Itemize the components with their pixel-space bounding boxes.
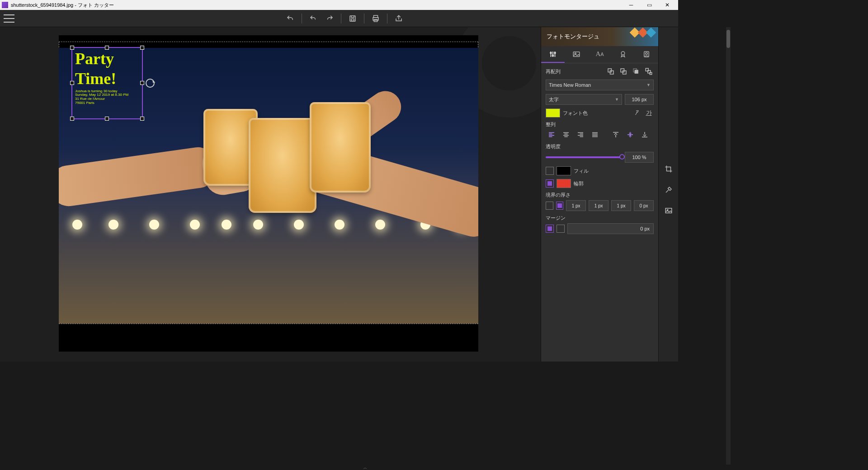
canvas-area[interactable]: Party Time! Joshua is turning 30 today S… <box>0 27 541 362</box>
panel-title: フォトモンタージュ <box>547 33 599 41</box>
window-titlebar: shutterstock_659491984.jpg - フォト カッター ─ … <box>0 0 678 10</box>
chevron-down-icon: ▼ <box>646 83 651 87</box>
save-button[interactable] <box>345 12 360 25</box>
rearrange-label: 再配列 <box>546 68 561 75</box>
margin-input[interactable] <box>567 223 654 234</box>
margin-link-toggle-b[interactable] <box>557 225 565 233</box>
redo-button[interactable] <box>322 12 337 25</box>
border-link-toggle-a[interactable] <box>546 202 553 210</box>
border-bottom-input[interactable]: 1 px <box>611 200 631 211</box>
svg-point-23 <box>667 209 668 210</box>
bring-forward-button[interactable] <box>606 67 616 76</box>
text-line-1[interactable]: Party <box>72 48 142 68</box>
align-label: 整列 <box>546 121 654 128</box>
align-center-button[interactable] <box>560 130 572 140</box>
window-close-button[interactable]: ✕ <box>658 0 676 10</box>
separator <box>387 14 387 24</box>
svg-point-5 <box>550 52 552 53</box>
image-tool[interactable] <box>662 204 675 217</box>
border-top-input[interactable]: 1 px <box>566 200 586 211</box>
border-right-input[interactable]: 1 px <box>589 200 609 211</box>
window-title: shutterstock_659491984.jpg - フォト カッター <box>11 2 622 9</box>
valign-bottom-button[interactable] <box>639 130 651 140</box>
fill-color-swatch[interactable] <box>557 166 571 175</box>
eyedropper-tool[interactable] <box>662 183 675 196</box>
tab-person[interactable] <box>635 46 658 63</box>
resize-handle-tr[interactable] <box>140 46 144 50</box>
fill-enable-checkbox[interactable] <box>546 167 554 175</box>
opacity-slider[interactable] <box>546 156 622 158</box>
separator <box>364 14 364 24</box>
margin-label: マージン <box>546 215 654 221</box>
chevron-down-icon: ▼ <box>615 97 619 102</box>
tool-rail <box>658 27 678 362</box>
undo-button[interactable] <box>306 12 321 25</box>
italic-button[interactable]: ｱ <box>631 108 641 118</box>
properties-panel: フォトモンタージュ AA 再配列 Times New R <box>541 27 658 362</box>
font-family-select[interactable]: Times New Roman ▼ <box>546 80 654 90</box>
align-right-button[interactable] <box>575 130 586 140</box>
font-color-swatch[interactable] <box>546 108 560 118</box>
font-family-value: Times New Roman <box>549 82 591 88</box>
resize-handle-bl[interactable] <box>70 117 74 121</box>
app-icon <box>2 2 8 8</box>
svg-rect-17 <box>635 70 638 74</box>
rotate-handle[interactable] <box>146 79 155 88</box>
svg-point-12 <box>646 52 648 55</box>
font-weight-select[interactable]: 太字 ▼ <box>546 94 622 105</box>
valign-middle-button[interactable] <box>624 130 636 140</box>
font-weight-value: 太字 <box>549 96 559 103</box>
send-backward-button[interactable] <box>618 67 628 76</box>
outline-enable-checkbox[interactable] <box>546 179 554 188</box>
tab-text[interactable]: AA <box>588 46 612 63</box>
font-size-input[interactable]: 106 px <box>625 94 654 105</box>
panel-tabs: AA <box>541 46 658 63</box>
text-detail[interactable]: 75001 Paris <box>75 101 140 105</box>
align-left-button[interactable] <box>546 130 557 140</box>
send-to-back-button[interactable] <box>644 67 654 76</box>
outline-label: 輪郭 <box>574 180 584 187</box>
resize-handle-tl[interactable] <box>70 46 74 50</box>
svg-rect-1 <box>351 19 354 21</box>
underline-button[interactable]: 가 <box>644 108 654 118</box>
svg-rect-22 <box>665 208 672 213</box>
opacity-label: 透明度 <box>546 143 654 150</box>
separator <box>341 14 341 24</box>
panel-header: フォトモンタージュ <box>541 27 658 46</box>
border-left-input[interactable]: 0 px <box>634 200 654 211</box>
print-button[interactable] <box>368 12 383 25</box>
share-button[interactable] <box>391 12 406 25</box>
align-justify-button[interactable] <box>589 130 601 140</box>
font-color-label: フォント色 <box>563 110 588 117</box>
resize-handle-r[interactable] <box>140 81 144 85</box>
bring-to-front-button[interactable] <box>631 67 641 76</box>
resize-handle-t[interactable] <box>105 46 109 50</box>
undo-all-button[interactable] <box>283 12 298 25</box>
tab-adjust[interactable] <box>541 46 565 63</box>
fill-label: フィル <box>574 168 589 174</box>
separator <box>302 14 302 24</box>
window-maximize-button[interactable]: ▭ <box>640 0 658 10</box>
margin-link-toggle-a[interactable] <box>546 225 554 233</box>
text-line-2[interactable]: Time! <box>72 68 142 88</box>
border-link-toggle-b[interactable] <box>556 202 564 210</box>
resize-handle-b[interactable] <box>105 117 109 121</box>
tab-badge[interactable] <box>611 46 635 63</box>
resize-handle-br[interactable] <box>140 117 144 121</box>
crop-tool[interactable] <box>662 163 675 175</box>
svg-point-7 <box>554 52 556 53</box>
border-thickness-label: 境界の厚さ <box>546 192 654 198</box>
top-toolbar <box>0 10 678 27</box>
svg-point-10 <box>622 52 625 55</box>
resize-handle-l[interactable] <box>70 81 74 85</box>
window-minimize-button[interactable]: ─ <box>622 0 640 10</box>
valign-top-button[interactable] <box>610 130 622 140</box>
opacity-input[interactable]: 100 % <box>625 152 654 163</box>
header-decoration <box>631 29 655 36</box>
outline-color-swatch[interactable] <box>557 179 571 188</box>
svg-point-6 <box>552 55 553 56</box>
tab-image[interactable] <box>565 46 588 63</box>
menu-button[interactable] <box>4 14 14 23</box>
selected-text-object[interactable]: Party Time! Joshua is turning 30 today S… <box>71 47 143 119</box>
